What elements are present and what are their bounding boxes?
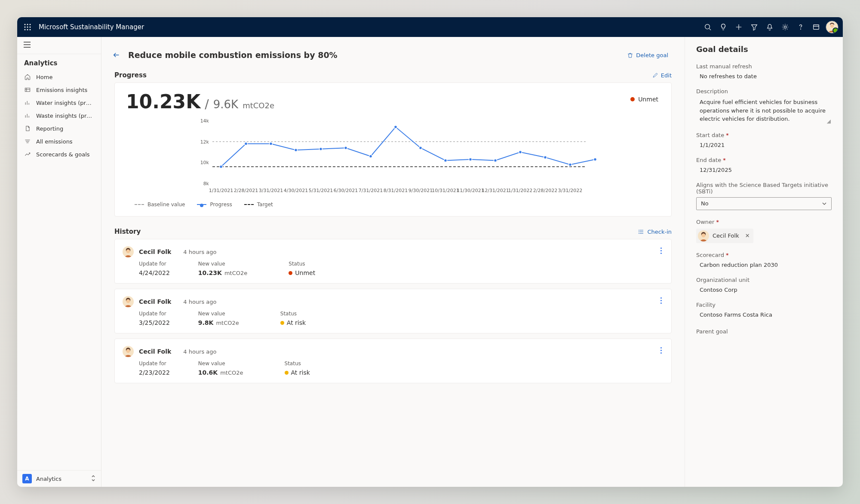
entry-status: Unmet — [289, 269, 315, 276]
hamburger-icon[interactable] — [23, 42, 31, 49]
entry-avatar-icon — [123, 246, 134, 257]
sidebar-item-waste[interactable]: Waste insights (previ... — [17, 109, 101, 122]
checkin-button[interactable]: Check-in — [638, 229, 672, 235]
ou-value[interactable]: Contoso Corp — [696, 287, 832, 293]
sidebar-item-label: Water insights (previ... — [36, 100, 94, 106]
sidebar-item-reporting[interactable]: Reporting — [17, 122, 101, 135]
sidebar-item-all-emissions[interactable]: All emissions — [17, 135, 101, 148]
app-title: Microsoft Sustainability Manager — [39, 23, 144, 31]
svg-text:4/30/2021: 4/30/2021 — [284, 188, 308, 193]
area-switcher[interactable]: A Analytics — [17, 470, 101, 487]
svg-point-50 — [394, 125, 397, 128]
history-entry[interactable]: Cecil Folk 4 hours ago Update for2/23/20… — [114, 339, 672, 383]
svg-point-0 — [25, 24, 26, 25]
sbti-select[interactable]: No — [696, 197, 832, 210]
sidebar-item-label: Emissions insights — [36, 87, 87, 93]
entry-menu-button[interactable] — [656, 345, 666, 355]
svg-text:2/28/2021: 2/28/2021 — [234, 188, 258, 193]
svg-point-81 — [126, 249, 130, 253]
start-date-value[interactable]: 1/1/2021 — [696, 142, 832, 148]
header-actions — [700, 19, 838, 35]
svg-text:5/31/2021: 5/31/2021 — [309, 188, 333, 193]
bell-icon[interactable] — [762, 19, 777, 35]
remove-owner-icon[interactable]: ✕ — [745, 232, 750, 239]
sidebar-item-scorecards[interactable]: Scorecards & goals — [17, 148, 101, 161]
scorecard-value[interactable]: Carbon reduction plan 2030 — [696, 262, 832, 268]
col-update-label: Update for — [139, 261, 170, 267]
owner-avatar-icon — [698, 230, 709, 241]
svg-point-43 — [220, 165, 223, 168]
svg-point-52 — [444, 159, 447, 162]
svg-text:9/30/2021: 9/30/2021 — [408, 188, 433, 193]
svg-text:1/31/2022: 1/31/2022 — [508, 188, 532, 193]
sidebar-item-emissions[interactable]: Emissions insights — [17, 83, 101, 96]
entry-date: 4/24/2022 — [139, 269, 170, 276]
svg-text:11/30/2021: 11/30/2021 — [457, 188, 484, 193]
sidebar: Analytics Home Emissions insights Water … — [17, 37, 101, 487]
entry-avatar-icon — [123, 296, 134, 307]
svg-point-83 — [126, 299, 130, 303]
history-entry[interactable]: Cecil Folk 4 hours ago Update for4/24/20… — [114, 239, 672, 284]
ou-label: Organizational unit — [696, 277, 832, 283]
plus-icon[interactable] — [731, 19, 746, 35]
svg-point-44 — [245, 142, 248, 145]
checkin-label: Check-in — [647, 229, 672, 235]
last-refresh-label: Last manual refresh — [696, 63, 832, 70]
svg-point-7 — [27, 29, 28, 31]
edit-progress-button[interactable]: Edit — [652, 72, 672, 79]
entry-value: 10.6K mtCO2e — [198, 369, 243, 376]
owner-name: Cecil Folk — [713, 232, 739, 239]
user-avatar[interactable] — [826, 21, 838, 34]
legend-baseline-icon — [135, 204, 144, 205]
svg-point-8 — [30, 29, 31, 31]
svg-point-5 — [30, 27, 31, 28]
goal-details-panel: Goal details Last manual refresh No refr… — [685, 37, 843, 487]
owner-chip[interactable]: Cecil Folk ✕ — [696, 229, 753, 243]
details-title: Goal details — [696, 45, 832, 54]
svg-rect-16 — [814, 25, 819, 30]
svg-text:12/31/2021: 12/31/2021 — [482, 188, 509, 193]
history-section-title: History — [114, 228, 141, 235]
delete-goal-button[interactable]: Delete goal — [624, 50, 672, 60]
svg-text:12k: 12k — [200, 139, 209, 145]
end-date-label: End date — [696, 157, 832, 163]
unit-label: mtCO2e — [243, 101, 274, 110]
legend-progress-label: Progress — [210, 202, 232, 208]
sidebar-item-water[interactable]: Water insights (previ... — [17, 96, 101, 109]
help-icon[interactable] — [793, 19, 808, 35]
svg-text:7/31/2021: 7/31/2021 — [359, 188, 383, 193]
scorecard-label: Scorecard — [696, 252, 832, 258]
back-button[interactable] — [111, 49, 122, 61]
entry-menu-button[interactable] — [656, 295, 666, 305]
search-icon[interactable] — [700, 19, 716, 35]
history-entry[interactable]: Cecil Folk 4 hours ago Update for3/25/20… — [114, 289, 672, 333]
status-badge: Unmet — [630, 96, 658, 103]
panel-icon[interactable] — [808, 19, 824, 35]
col-status-label: Status — [289, 261, 315, 267]
chevron-down-icon — [822, 201, 827, 206]
svg-text:6/30/2021: 6/30/2021 — [334, 188, 358, 193]
svg-text:10k: 10k — [200, 160, 209, 165]
app-window: Microsoft Sustainability Manager — [17, 17, 843, 487]
svg-point-46 — [295, 149, 298, 152]
main-content: Reduce mobile combustion emissions by 80… — [101, 37, 685, 487]
sidebar-item-home[interactable]: Home — [17, 70, 101, 83]
app-launcher-icon[interactable] — [20, 19, 35, 35]
col-status-label: Status — [285, 360, 310, 367]
svg-rect-23 — [25, 88, 30, 92]
sidebar-item-label: Home — [36, 74, 52, 80]
svg-point-6 — [25, 29, 26, 31]
settings-icon[interactable] — [777, 19, 793, 35]
description-value[interactable]: Acquire fuel efficient vehicles for busi… — [696, 98, 832, 123]
svg-point-54 — [494, 159, 497, 162]
lightbulb-icon[interactable] — [716, 19, 731, 35]
resize-handle-icon[interactable]: ◢ — [827, 117, 831, 125]
facility-value[interactable]: Contoso Farms Costa Rica — [696, 312, 832, 318]
owner-label: Owner — [696, 219, 832, 225]
entry-menu-button[interactable] — [656, 245, 666, 256]
svg-point-79 — [639, 233, 639, 234]
end-date-value[interactable]: 12/31/2025 — [696, 167, 832, 173]
facility-label: Facility — [696, 302, 832, 308]
filter-icon[interactable] — [746, 19, 762, 35]
svg-point-3 — [25, 27, 26, 28]
